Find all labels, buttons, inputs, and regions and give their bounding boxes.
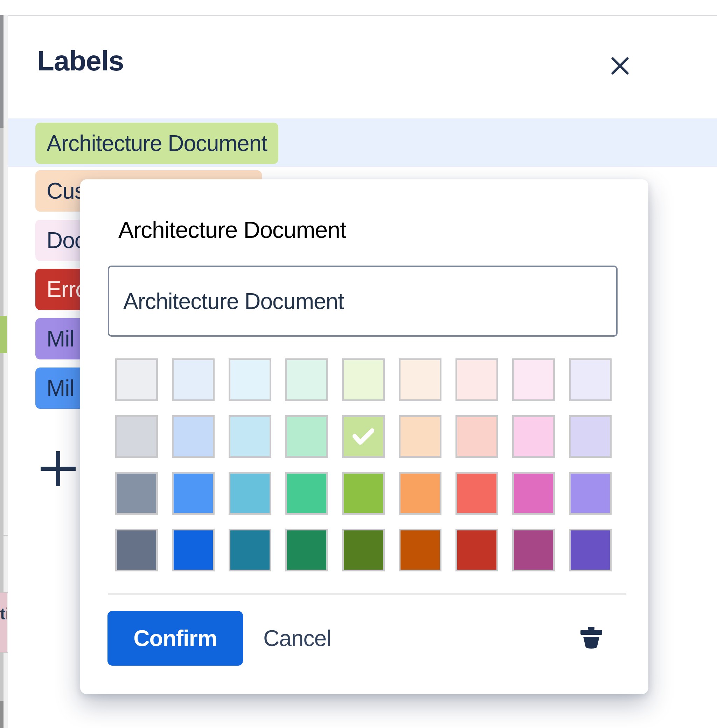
color-swatch[interactable]: [172, 472, 215, 515]
color-swatch[interactable]: [229, 415, 272, 458]
color-swatch[interactable]: [229, 472, 272, 515]
color-swatch[interactable]: [285, 472, 328, 515]
color-swatch[interactable]: [569, 529, 612, 571]
color-palette: [115, 358, 612, 571]
color-swatch[interactable]: [399, 415, 441, 458]
color-swatch[interactable]: [569, 472, 612, 515]
color-swatch[interactable]: [172, 358, 215, 401]
trash-icon: [580, 627, 602, 650]
color-swatch[interactable]: [342, 472, 385, 515]
underlay-fragment-pink: ti: [0, 593, 7, 652]
page: ti Labels Architecture DocumentCusDocErr…: [0, 0, 717, 728]
color-swatch[interactable]: [115, 472, 158, 515]
color-swatch[interactable]: [512, 358, 555, 401]
underlay-scroll-thumb-bottom[interactable]: [0, 700, 3, 728]
color-swatch[interactable]: [456, 472, 498, 515]
color-swatch[interactable]: [342, 529, 385, 571]
color-swatch[interactable]: [229, 358, 272, 401]
color-swatch[interactable]: [172, 415, 215, 458]
color-swatch[interactable]: [512, 415, 555, 458]
underlay-divider: [3, 535, 8, 536]
editor-divider: [108, 593, 626, 595]
color-swatch[interactable]: [456, 529, 498, 571]
color-swatch[interactable]: [229, 529, 272, 571]
cancel-button[interactable]: Cancel: [263, 611, 331, 666]
underlay-fragment-green: [0, 316, 7, 353]
underlay-divider: [3, 652, 8, 653]
delete-label-button[interactable]: [563, 611, 619, 666]
underlay-scroll-thumb[interactable]: [0, 15, 3, 128]
color-swatch[interactable]: [115, 529, 158, 571]
color-swatch[interactable]: [399, 529, 441, 571]
plus-icon: [41, 451, 76, 486]
underlay-divider: [3, 592, 8, 593]
color-swatch[interactable]: [569, 358, 612, 401]
color-swatch[interactable]: [456, 415, 498, 458]
label-preview-chip: Architecture Document: [107, 208, 358, 251]
label-row: Architecture Document: [8, 118, 717, 167]
underlay-strip: ti: [0, 15, 8, 728]
color-swatch[interactable]: [569, 415, 612, 458]
color-swatch[interactable]: [399, 358, 441, 401]
label-editor-popup: Architecture Document Confirm Cancel: [80, 179, 648, 694]
color-swatch[interactable]: [512, 472, 555, 515]
color-swatch[interactable]: [172, 529, 215, 571]
label-chip[interactable]: Architecture Document: [35, 122, 278, 164]
color-swatch[interactable]: [342, 358, 385, 401]
confirm-button[interactable]: Confirm: [107, 611, 243, 666]
color-swatch[interactable]: [456, 358, 498, 401]
color-swatch[interactable]: [115, 358, 158, 401]
color-swatch[interactable]: [342, 415, 385, 458]
labels-dialog: Labels Architecture DocumentCusDocErroMi…: [8, 15, 717, 728]
color-swatch[interactable]: [285, 529, 328, 571]
color-swatch[interactable]: [285, 415, 328, 458]
check-icon: [344, 417, 383, 456]
color-swatch[interactable]: [399, 472, 441, 515]
underlay-fragment-text: ti: [0, 605, 7, 623]
color-swatch[interactable]: [512, 529, 555, 571]
label-name-input[interactable]: [108, 266, 618, 336]
color-swatch[interactable]: [285, 358, 328, 401]
color-swatch[interactable]: [115, 415, 158, 458]
add-label-button[interactable]: [37, 448, 79, 490]
